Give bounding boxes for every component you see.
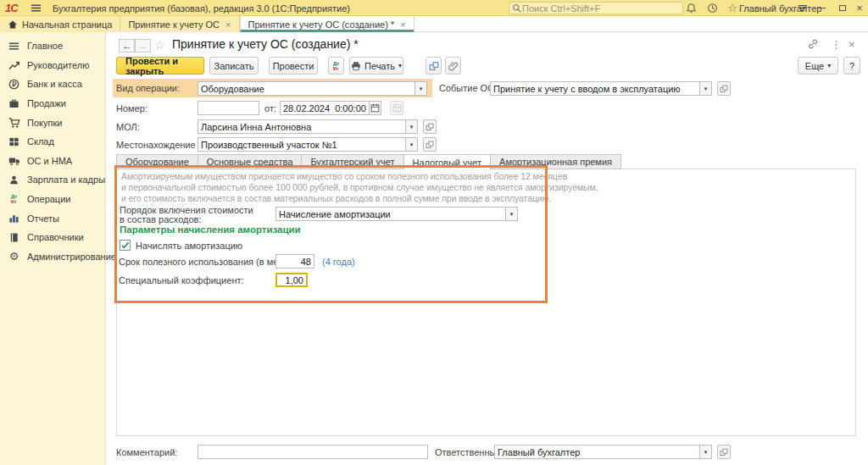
cost-order-dropdown-button[interactable]: ▾	[505, 207, 518, 221]
dt-kt-postings-button[interactable]: ДтКт	[328, 57, 344, 75]
chevron-down-icon: ▾	[398, 62, 402, 69]
menu-lines-icon	[8, 40, 20, 53]
cost-order-input[interactable]	[275, 207, 506, 221]
special-coefficient-input[interactable]	[275, 273, 308, 287]
sidebar-item-manager[interactable]: Руководителю	[0, 56, 105, 75]
form-title: Принятие к учету ОС (создание) *	[172, 37, 359, 51]
responsible-open-button[interactable]	[717, 445, 731, 459]
os-event-open-button[interactable]	[717, 81, 731, 96]
sidebar-item-main[interactable]: Главное	[0, 36, 105, 56]
operation-label: Вид операции:	[116, 83, 180, 93]
back-button[interactable]: ←	[119, 39, 135, 53]
tab-tax-accounting[interactable]: Налоговый учет	[404, 154, 492, 170]
accrue-depreciation-checkbox[interactable]	[120, 240, 131, 251]
boxes-icon	[8, 136, 20, 148]
post-and-close-button[interactable]: Провести и закрыть	[116, 57, 204, 75]
info-text-line: Амортизируемым имуществом признается иму…	[121, 171, 567, 181]
sidebar-item-bank-cash[interactable]: Банк и касса	[0, 75, 105, 94]
number-input[interactable]	[198, 101, 259, 115]
form-close-icon[interactable]: ×	[849, 38, 855, 51]
window-tab-bar: Начальная страница Принятие к учету ОС ×…	[0, 16, 868, 32]
date-from-label: от:	[264, 103, 276, 113]
save-button[interactable]: Записать	[209, 57, 259, 75]
titlebar: 1С Бухгалтерия предприятия (базовая), ре…	[0, 0, 868, 16]
responsible-dropdown-button[interactable]: ▾	[699, 445, 712, 459]
useful-life-input[interactable]	[275, 254, 314, 268]
more-dots-icon[interactable]: ⋮	[831, 38, 842, 51]
mol-label: МОЛ:	[116, 122, 140, 132]
date-grid-icon[interactable]	[390, 101, 403, 115]
window-minimize-icon[interactable]	[815, 0, 829, 16]
tab-fixed-assets[interactable]: Основные средства	[198, 154, 303, 169]
sidebar-item-directories[interactable]: Справочники	[0, 228, 105, 247]
sidebar-item-reports[interactable]: Отчеты	[0, 208, 105, 228]
date-input[interactable]	[280, 101, 370, 115]
os-event-input[interactable]	[490, 81, 700, 96]
dt-kt-icon: ДтКт	[333, 61, 339, 71]
comment-input[interactable]	[198, 445, 428, 459]
accrue-depreciation-label: Начислять амортизацию	[136, 241, 242, 251]
back-arrow-icon: ←	[122, 41, 131, 51]
print-button[interactable]: Печать ▾	[349, 57, 403, 75]
mol-open-button[interactable]	[423, 119, 437, 134]
more-button[interactable]: Еще ▾	[798, 57, 838, 75]
tab-document-list[interactable]: Принятие к учету ОС ×	[120, 16, 239, 32]
operation-input[interactable]	[198, 81, 415, 96]
forward-button[interactable]: →	[135, 39, 151, 53]
attachments-button[interactable]	[445, 57, 461, 75]
sidebar-item-purchases[interactable]: Покупки	[0, 113, 105, 132]
tab-close-icon[interactable]: ×	[225, 19, 231, 30]
responsible-input[interactable]	[494, 445, 700, 459]
nav-sidebar: Главное Руководителю Банк и касса Продаж…	[0, 32, 106, 465]
mol-dropdown-button[interactable]: ▾	[405, 119, 418, 134]
search-box[interactable]	[509, 2, 683, 14]
service-menu-icon[interactable]	[795, 0, 810, 16]
sidebar-item-salary-hr[interactable]: Зарплата и кадры	[0, 170, 105, 190]
os-event-dropdown-button[interactable]: ▾	[699, 81, 712, 96]
related-documents-icon	[429, 61, 439, 71]
sidebar-item-fixed-assets[interactable]: ОС и НМА	[0, 152, 105, 171]
favorite-star-icon[interactable]: ☆	[154, 38, 165, 52]
home-icon	[8, 19, 18, 30]
related-documents-button[interactable]	[426, 57, 442, 75]
favorites-star-icon[interactable]: ☆	[725, 0, 740, 16]
truck-icon	[8, 154, 20, 167]
location-dropdown-button[interactable]: ▾	[405, 137, 418, 152]
sidebar-item-operations[interactable]: ДтКт Операции	[0, 190, 105, 209]
number-label: Номер:	[116, 103, 147, 113]
location-input[interactable]	[198, 137, 406, 152]
info-text-line: и его стоимость включается в состав мате…	[121, 193, 551, 203]
tab-label: Принятие к учету ОС	[128, 19, 220, 30]
tab-close-icon[interactable]: ×	[400, 19, 405, 30]
cost-order-label-line2: в состав расходов:	[120, 214, 202, 224]
mol-input[interactable]	[198, 119, 406, 134]
dt-kt-icon: ДтКт	[8, 193, 20, 206]
printer-icon	[351, 61, 361, 71]
tab-document-create-active[interactable]: Принятие к учету ОС (создание) * ×	[240, 16, 415, 32]
get-link-icon[interactable]	[807, 38, 819, 50]
depreciation-section-title: Параметры начисления амортизации	[120, 224, 301, 235]
sidebar-item-sales[interactable]: Продажи	[0, 94, 105, 113]
date-calendar-button[interactable]	[369, 101, 381, 115]
cart-icon	[8, 116, 20, 129]
os-event-label: Событие ОС:	[439, 83, 497, 93]
main-menu-icon[interactable]	[31, 0, 42, 16]
operation-dropdown-button[interactable]: ▾	[415, 81, 427, 96]
tab-equipment[interactable]: Оборудование	[116, 154, 198, 169]
location-open-button[interactable]	[423, 137, 437, 152]
app-window: 1С Бухгалтерия предприятия (базовая), ре…	[0, 0, 868, 465]
tab-home[interactable]: Начальная страница	[0, 16, 120, 32]
sidebar-item-warehouse[interactable]: Склад	[0, 132, 105, 152]
search-input[interactable]	[522, 3, 675, 14]
briefcase-icon	[8, 97, 20, 110]
form-page-tabs: Оборудование Основные средства Бухгалтер…	[116, 154, 621, 170]
sidebar-item-administration[interactable]: ⚙ Администрирование	[0, 247, 105, 267]
window-maximize-icon[interactable]	[836, 0, 849, 16]
post-button[interactable]: Провести	[269, 57, 318, 75]
window-close-icon[interactable]: ×	[853, 0, 866, 16]
tab-depreciation-bonus[interactable]: Амортизационная премия	[491, 154, 621, 169]
tab-accounting[interactable]: Бухгалтерский учет	[302, 154, 403, 169]
help-button[interactable]: ?	[843, 57, 860, 75]
notifications-bell-icon[interactable]	[683, 0, 698, 16]
history-icon[interactable]	[704, 0, 720, 16]
